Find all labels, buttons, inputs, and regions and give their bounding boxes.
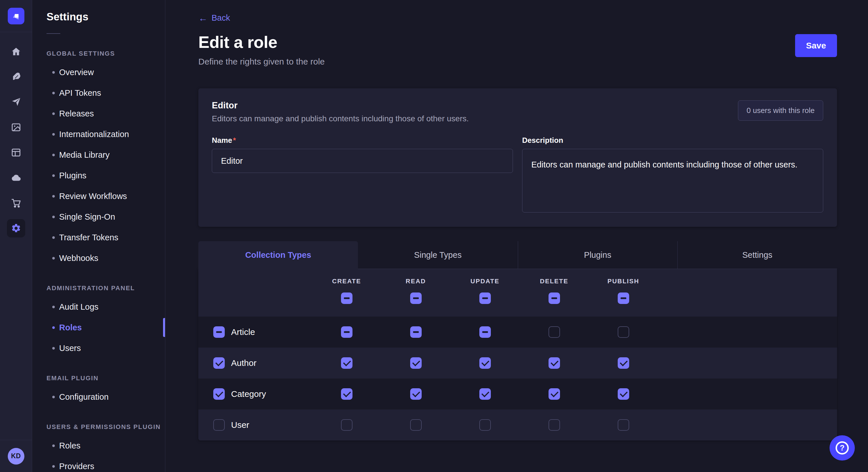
- home-icon: [7, 42, 25, 61]
- nav-item-label: Audit Logs: [59, 302, 98, 312]
- settings-nav-item-releases[interactable]: Releases: [32, 103, 165, 124]
- permission-row-author: Author: [198, 347, 837, 378]
- user-create-checkbox[interactable]: [341, 419, 352, 431]
- role-card: Editor Editors can manage and publish co…: [198, 88, 837, 227]
- permissions-panel: CREATEREADUPDATEDELETEPUBLISH ArticleAut…: [198, 269, 837, 440]
- column-create: CREATE: [312, 278, 381, 304]
- save-button[interactable]: Save: [795, 34, 837, 57]
- settings-nav-item-review-workflows[interactable]: Review Workflows: [32, 186, 165, 206]
- settings-nav-item-roles[interactable]: Roles: [32, 317, 165, 338]
- user-publish-checkbox[interactable]: [618, 419, 629, 431]
- bullet-icon: [52, 444, 55, 447]
- nav-section-label: USERS & PERMISSIONS PLUGIN: [32, 423, 165, 431]
- category-row-checkbox[interactable]: [213, 388, 225, 400]
- settings-nav-item-users[interactable]: Users: [32, 338, 165, 359]
- rail-item-send[interactable]: [0, 90, 32, 115]
- author-delete-checkbox[interactable]: [549, 357, 560, 369]
- bullet-icon: [52, 257, 55, 260]
- description-textarea[interactable]: Editors can manage and publish contents …: [522, 149, 823, 212]
- settings-nav-item-plugins[interactable]: Plugins: [32, 165, 165, 186]
- article-publish-checkbox[interactable]: [618, 326, 629, 338]
- back-label: Back: [212, 13, 230, 23]
- rail-item-cloud[interactable]: [0, 165, 32, 191]
- rail-item-cart[interactable]: [0, 191, 32, 216]
- bullet-icon: [52, 174, 55, 177]
- bullet-icon: [52, 92, 55, 94]
- category-read-checkbox[interactable]: [410, 388, 422, 400]
- article-create-checkbox[interactable]: [341, 326, 352, 338]
- avatar[interactable]: KD: [8, 448, 24, 465]
- nav-item-label: API Tokens: [59, 88, 101, 98]
- settings-nav-item-webhooks[interactable]: Webhooks: [32, 248, 165, 268]
- column-header-delete: DELETE: [540, 278, 568, 285]
- nav-item-label: Roles: [59, 323, 82, 332]
- article-read-checkbox[interactable]: [410, 326, 422, 338]
- back-link[interactable]: ← Back: [198, 13, 230, 23]
- name-input[interactable]: [212, 149, 513, 173]
- nav-section-users-permissions-plugin: USERS & PERMISSIONS PLUGINRolesProviders: [32, 423, 165, 472]
- select-all-update-checkbox[interactable]: [479, 293, 491, 304]
- nav-item-label: Media Library: [59, 150, 110, 160]
- settings-nav-item-api-tokens[interactable]: API Tokens: [32, 82, 165, 103]
- select-all-read-checkbox[interactable]: [410, 293, 422, 304]
- settings-nav-item-configuration[interactable]: Configuration: [32, 386, 165, 407]
- rail-item-media[interactable]: [0, 115, 32, 140]
- article-update-checkbox[interactable]: [479, 326, 491, 338]
- author-row-checkbox[interactable]: [213, 357, 225, 369]
- select-all-delete-checkbox[interactable]: [549, 293, 560, 304]
- user-read-checkbox[interactable]: [410, 419, 422, 431]
- author-update-checkbox[interactable]: [479, 357, 491, 369]
- help-button[interactable]: ?: [830, 435, 855, 461]
- category-publish-checkbox[interactable]: [618, 388, 629, 400]
- settings-nav-item-providers[interactable]: Providers: [32, 456, 165, 472]
- back-arrow-icon: ←: [198, 13, 208, 23]
- role-card-subtitle: Editors can manage and publish contents …: [212, 114, 469, 123]
- article-row-checkbox[interactable]: [213, 326, 225, 338]
- user-row-checkbox[interactable]: [213, 419, 225, 431]
- category-delete-checkbox[interactable]: [549, 388, 560, 400]
- settings-nav-item-single-sign-on[interactable]: Single Sign-On: [32, 206, 165, 227]
- tab-settings[interactable]: Settings: [677, 241, 837, 269]
- user-update-checkbox[interactable]: [479, 419, 491, 431]
- rail-item-home[interactable]: [0, 39, 32, 64]
- strapi-logo-icon: [11, 11, 21, 21]
- rail-item-feather[interactable]: [0, 64, 32, 90]
- nav-item-label: Roles: [59, 441, 81, 450]
- nav-section-global-settings: GLOBAL SETTINGSOverviewAPI TokensRelease…: [32, 50, 165, 268]
- bullet-icon: [52, 236, 55, 239]
- tab-plugins[interactable]: Plugins: [518, 241, 677, 269]
- nav-item-label: Internationalization: [59, 130, 129, 139]
- row-head-author: Author: [198, 357, 312, 369]
- settings-nav-item-internationalization[interactable]: Internationalization: [32, 124, 165, 144]
- settings-nav-item-overview[interactable]: Overview: [32, 62, 165, 82]
- select-all-publish-checkbox[interactable]: [618, 293, 629, 304]
- settings-nav-item-media-library[interactable]: Media Library: [32, 144, 165, 165]
- category-create-checkbox[interactable]: [341, 388, 352, 400]
- settings-nav-item-transfer-tokens[interactable]: Transfer Tokens: [32, 227, 165, 248]
- nav-item-label: Webhooks: [59, 254, 98, 263]
- name-label: Name*: [212, 136, 236, 144]
- users-with-role-button[interactable]: 0 users with this role: [738, 100, 823, 121]
- bullet-icon: [52, 195, 55, 198]
- layout-icon: [7, 143, 25, 162]
- rail-item-gear[interactable]: [0, 216, 32, 241]
- user-delete-checkbox[interactable]: [549, 419, 560, 431]
- author-create-checkbox[interactable]: [341, 357, 352, 369]
- nav-section-label: EMAIL PLUGIN: [32, 374, 165, 382]
- settings-nav-item-audit-logs[interactable]: Audit Logs: [32, 297, 165, 317]
- settings-nav-item-roles[interactable]: Roles: [32, 435, 165, 456]
- article-delete-checkbox[interactable]: [549, 326, 560, 338]
- rail-item-layout[interactable]: [0, 140, 32, 165]
- row-head-article: Article: [198, 326, 312, 338]
- subnav-title: Settings: [32, 11, 165, 23]
- author-read-checkbox[interactable]: [410, 357, 422, 369]
- bullet-icon: [52, 326, 55, 329]
- tab-single-types[interactable]: Single Types: [358, 241, 518, 269]
- author-publish-checkbox[interactable]: [618, 357, 629, 369]
- column-read: READ: [381, 278, 451, 304]
- bullet-icon: [52, 71, 55, 74]
- select-all-create-checkbox[interactable]: [341, 293, 352, 304]
- strapi-logo[interactable]: [8, 8, 24, 24]
- tab-collection-types[interactable]: Collection Types: [198, 241, 358, 269]
- category-update-checkbox[interactable]: [479, 388, 491, 400]
